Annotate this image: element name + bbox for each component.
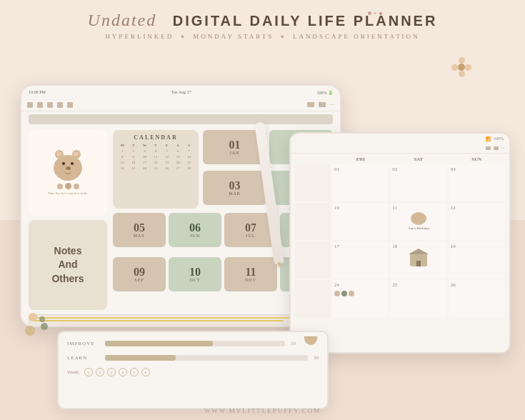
week3-sat-date: 18 [392, 244, 444, 249]
sec-tool-2[interactable] [494, 146, 499, 150]
month-06-name: JUN [190, 234, 200, 238]
tablet-img-improve [304, 336, 319, 351]
bowl-icon [304, 336, 317, 345]
cal-header-t: T [129, 143, 139, 148]
month-11-num: 11 [245, 266, 256, 278]
toolbar-right-icon1[interactable] [307, 102, 314, 107]
week4-fri-date: 24 [334, 282, 386, 288]
week4-sun: 26 [449, 280, 505, 317]
subtitle-part1: Hyperlinked [105, 33, 174, 40]
cal-d15: 15 [117, 160, 128, 165]
cal-d14: 14 [184, 154, 194, 159]
week3-house [410, 252, 427, 266]
toolbar-search-icon[interactable] [57, 102, 63, 108]
month-05-name: MAY [134, 234, 145, 238]
tablet-num-learn: 30 [314, 355, 319, 361]
week2-sat: 11 Aay's Birthday [390, 203, 446, 240]
week-label-3 [295, 241, 331, 279]
tablet-week-row: Week: 1 2 3 4 5 6 [67, 368, 319, 376]
week3-fri: 17 [332, 241, 389, 279]
cal-d22: 22 [117, 166, 128, 171]
week-circle-5[interactable]: 5 [130, 368, 139, 376]
status-date: Tue Aug 17 [171, 90, 191, 94]
cal-d18: 18 [151, 160, 161, 165]
week1-sun-date: 03 [451, 166, 503, 172]
cal-day-sat: SAT [390, 156, 446, 162]
toolbar-more[interactable]: ··· [330, 101, 334, 108]
tablet-label-learn: LEARN [67, 355, 99, 361]
toolbar-back-icon[interactable] [27, 102, 33, 108]
cal-d24: 24 [139, 166, 150, 171]
petal-right [465, 64, 471, 71]
week-circles: 1 2 3 4 5 6 [84, 368, 150, 376]
subtitle-part2: Monday Starts [193, 33, 274, 40]
week-row-4: 24 25 26 [295, 280, 505, 317]
cal-d9: 9 [129, 154, 139, 159]
tablet-progress-improve [105, 341, 213, 346]
bear-container [50, 150, 86, 189]
month-06[interactable]: 06 JUN [169, 213, 221, 247]
week1-sun: 03 [449, 164, 505, 201]
sec-tool-1[interactable] [486, 146, 491, 150]
month-03[interactable]: 03 MAR [203, 171, 266, 205]
cal-d2: 2 [129, 149, 139, 154]
cal-d4: 4 [151, 149, 161, 154]
cal-day-headers: FRI SAT SUN [295, 156, 505, 162]
bear-face [54, 155, 82, 181]
ipad-toolbar: ··· [21, 99, 340, 111]
toolbar-share-icon[interactable] [67, 102, 73, 108]
cal-d28: 28 [184, 166, 194, 171]
week-circle-6[interactable]: 6 [141, 368, 150, 376]
toolbar-grid-icon[interactable] [37, 102, 43, 108]
petal-top [459, 57, 465, 64]
week4-sun-date: 26 [451, 282, 503, 288]
petal-left [451, 64, 458, 71]
cal-header-s2: S [184, 143, 194, 148]
cal-d27: 27 [173, 166, 184, 171]
week1-fri: 01 [332, 164, 389, 201]
cal-d17: 17 [139, 160, 150, 165]
week-circle-3[interactable]: 3 [107, 368, 116, 376]
bear-flowers [50, 184, 86, 189]
week4-sat-date: 25 [392, 282, 444, 288]
status-battery: 100% 🔋 [317, 90, 334, 95]
cal-header-m: M [117, 143, 128, 148]
week-label-2 [295, 203, 331, 240]
toolbar-bookmark-icon[interactable] [47, 102, 53, 108]
week-label-1 [295, 164, 331, 201]
week-circle-2[interactable]: 2 [96, 368, 104, 376]
month-09-name: SEP [134, 278, 144, 282]
cal-d11: 11 [151, 154, 161, 159]
week-circle-1[interactable]: 1 [84, 368, 93, 376]
month-05[interactable]: 05 MAY [113, 213, 166, 247]
scatter-1 [29, 313, 37, 321]
week1-sat: 02 [390, 164, 446, 201]
notes-line1: Notes [51, 244, 84, 259]
month-05-num: 05 [134, 222, 145, 234]
sec-more[interactable]: ··· [501, 146, 505, 151]
week-row-3: 17 18 19 [295, 241, 505, 279]
sec-battery: 100% [494, 136, 504, 141]
bear-inner-ear-right [74, 151, 79, 156]
month-11[interactable]: 11 NOV [224, 257, 277, 291]
ipad-statusbar: 10:08 PM Tue Aug 17 100% 🔋 [21, 86, 340, 99]
month-10[interactable]: 10 OCT [169, 257, 221, 291]
ipad-bottom-strip [29, 314, 333, 327]
month-03-num: 03 [229, 180, 241, 191]
toolbar-right-icon2[interactable] [319, 102, 326, 107]
scatter-flowers [25, 313, 54, 341]
cal-header-s: S [173, 143, 184, 148]
cal-day-sun: SUN [449, 156, 505, 162]
month-09[interactable]: 09 SEP [113, 257, 166, 291]
month-01-name: JAN [229, 151, 239, 155]
month-07-num: 07 [245, 222, 256, 234]
week-circle-4[interactable]: 4 [119, 368, 127, 376]
deco-flower-bl [25, 313, 54, 341]
bottom-line-1 [34, 317, 299, 319]
tablet-row-improve: IMPROVE 19 [67, 336, 319, 351]
status-time: 10:08 PM [29, 90, 46, 94]
cal-header-empty [295, 156, 331, 162]
house-door [416, 261, 421, 266]
cal-d6: 6 [173, 149, 184, 154]
flower-1 [57, 184, 63, 189]
